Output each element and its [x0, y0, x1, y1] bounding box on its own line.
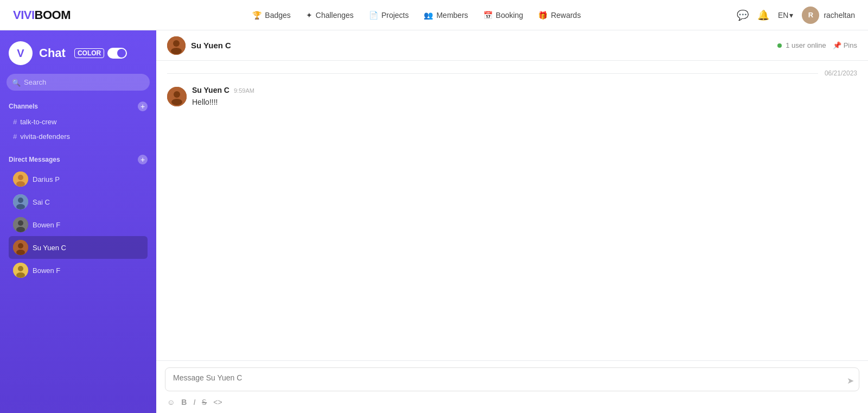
user-menu[interactable]: R racheltan	[802, 7, 855, 24]
svg-point-14	[16, 272, 25, 278]
avatar: R	[802, 7, 819, 24]
toggle-switch[interactable]	[107, 48, 127, 59]
chat-icon[interactable]: 💬	[737, 9, 749, 21]
dm-section-header: Direct Messages +	[9, 155, 148, 164]
language-selector[interactable]: EN ▾	[778, 11, 793, 20]
message-time: 9:59AM	[234, 87, 254, 94]
pins-label: Pins	[844, 41, 857, 49]
hash-icon: #	[13, 132, 17, 141]
toggle-knob	[117, 49, 126, 58]
chat-recipient-name: Su Yuen C	[191, 41, 772, 50]
projects-icon: 📄	[369, 11, 378, 20]
chat-header-right: 1 user online 📌 Pins	[777, 41, 857, 49]
message-avatar	[167, 87, 187, 106]
avatar	[13, 194, 28, 209]
add-dm-button[interactable]: +	[138, 155, 148, 164]
emoji-button[interactable]: ☺	[167, 398, 175, 406]
nav-challenges-label: Challenges	[316, 11, 354, 20]
dm-section: Direct Messages + Darius P Sai C Bowen	[0, 150, 156, 284]
lang-label: EN	[778, 11, 788, 20]
chat-toolbar: ☺ B I S̶ <>	[165, 393, 859, 406]
booking-icon: 📅	[483, 11, 493, 20]
svg-point-1	[18, 175, 23, 180]
chat-header: Su Yuen C 1 user online 📌 Pins	[156, 30, 868, 61]
chat-input-area: ➤ ☺ B I S̶ <>	[156, 360, 868, 413]
nav-rewards[interactable]: 🎁 Rewards	[538, 11, 580, 20]
divider-line-left	[167, 73, 818, 74]
channels-section: Channels + # talk-to-crew # vivita-defen…	[0, 97, 156, 146]
chat-input-wrapper: ➤	[165, 367, 859, 393]
dm-item-darius-p[interactable]: Darius P	[9, 168, 148, 190]
svg-point-13	[18, 266, 23, 271]
strikethrough-button[interactable]: S̶	[202, 398, 207, 406]
message-item: Su Yuen C 9:59AM Hello!!!!	[167, 86, 857, 108]
sidebar-header: V Chat COLOR	[0, 30, 156, 74]
nav-booking[interactable]: 📅 Booking	[483, 11, 524, 20]
online-indicator	[777, 43, 782, 48]
message-header: Su Yuen C 9:59AM	[192, 86, 254, 94]
notification-bell-icon[interactable]: 🔔	[757, 9, 769, 21]
channels-section-header: Channels +	[9, 101, 148, 111]
code-button[interactable]: <>	[213, 398, 222, 406]
dm-item-sai-c[interactable]: Sai C	[9, 190, 148, 213]
dm-section-title: Direct Messages	[9, 156, 60, 163]
italic-button[interactable]: I	[193, 398, 195, 406]
nav-right-area: 💬 🔔 EN ▾ R racheltan	[737, 7, 855, 24]
color-label: COLOR	[74, 48, 104, 58]
logo-prefix: VIVI	[13, 8, 35, 22]
add-channel-button[interactable]: +	[138, 101, 148, 111]
search-icon: 🔍	[12, 78, 21, 86]
main-layout: V Chat COLOR 🔍 Channels + # talk-to-crew	[0, 30, 868, 413]
dm-name: Su Yuen C	[33, 244, 66, 252]
nav-projects-label: Projects	[381, 11, 409, 20]
pins-button[interactable]: 📌 Pins	[833, 41, 857, 49]
avatar	[13, 263, 28, 278]
svg-point-8	[16, 227, 25, 232]
send-button[interactable]: ➤	[847, 376, 854, 386]
pin-icon: 📌	[833, 41, 841, 49]
nav-challenges[interactable]: ✦ Challenges	[306, 11, 354, 20]
dm-item-su-yuen-c[interactable]: Su Yuen C	[9, 236, 148, 259]
avatar	[13, 217, 28, 232]
channel-item-talk-to-crew[interactable]: # talk-to-crew	[9, 115, 148, 129]
rewards-icon: 🎁	[538, 11, 547, 20]
nav-badges[interactable]: 🏆 Badges	[252, 11, 290, 20]
chat-area: Su Yuen C 1 user online 📌 Pins 06/21/202…	[156, 30, 868, 413]
svg-point-16	[173, 40, 180, 47]
message-text: Hello!!!!	[192, 97, 254, 108]
username-label: racheltan	[824, 11, 855, 20]
color-toggle[interactable]: COLOR	[74, 48, 127, 59]
svg-point-4	[18, 198, 23, 203]
message-input[interactable]	[165, 367, 859, 391]
bold-button[interactable]: B	[181, 398, 187, 406]
search-input[interactable]	[7, 74, 150, 91]
dm-item-bowen-f[interactable]: Bowen F	[9, 213, 148, 236]
nav-members[interactable]: 👥 Members	[424, 11, 468, 20]
sidebar-title: Chat	[39, 46, 66, 60]
nav-rewards-label: Rewards	[551, 11, 580, 20]
nav-projects[interactable]: 📄 Projects	[369, 11, 409, 20]
online-count: 1 user online	[777, 41, 826, 49]
sidebar: V Chat COLOR 🔍 Channels + # talk-to-crew	[0, 30, 156, 413]
channels-section-title: Channels	[9, 103, 38, 110]
logo-suffix: BOOM	[35, 8, 71, 22]
challenges-icon: ✦	[306, 11, 312, 20]
avatar	[13, 171, 28, 187]
svg-point-5	[16, 204, 25, 209]
chat-messages: Su Yuen C 9:59AM Hello!!!!	[156, 86, 868, 360]
channel-name: vivita-defenders	[20, 132, 70, 141]
online-count-label: 1 user online	[786, 41, 826, 49]
dm-name: Bowen F	[33, 221, 60, 229]
nav-booking-label: Booking	[496, 11, 524, 20]
nav-links: 🏆 Badges ✦ Challenges 📄 Projects 👥 Membe…	[97, 11, 737, 20]
svg-point-11	[16, 250, 25, 255]
app-logo[interactable]: VIVIBOOM	[13, 8, 71, 22]
badge-icon: 🏆	[252, 11, 261, 20]
nav-members-label: Members	[436, 11, 468, 20]
channel-item-vivita-defenders[interactable]: # vivita-defenders	[9, 129, 148, 144]
sidebar-logo: V	[9, 41, 33, 65]
svg-point-2	[16, 181, 25, 187]
dm-item-bowen-f2[interactable]: Bowen F	[9, 259, 148, 282]
nav-badges-label: Badges	[265, 11, 290, 20]
chat-recipient-avatar	[167, 36, 186, 55]
